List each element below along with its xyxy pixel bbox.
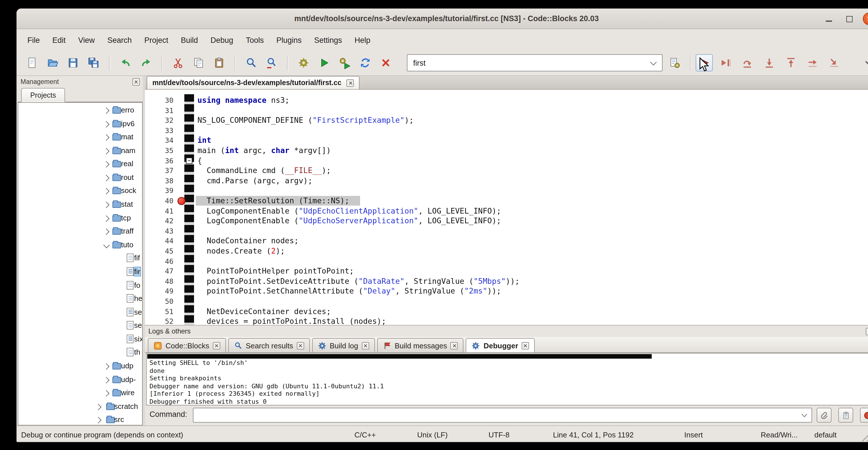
log-selected-row[interactable]: [147, 354, 652, 359]
logs-close-button[interactable]: [866, 328, 868, 335]
breakpoint-marker[interactable]: [178, 197, 185, 205]
redo-button[interactable]: [137, 54, 155, 71]
tree-item-six[interactable]: six: [18, 333, 142, 346]
replace-button[interactable]: [263, 54, 280, 71]
next-line-button[interactable]: [739, 54, 756, 71]
expand-icon[interactable]: [104, 162, 109, 167]
compile-current-file-button[interactable]: [666, 54, 683, 71]
menu-build[interactable]: Build: [175, 29, 204, 51]
chevron-down-icon[interactable]: [802, 412, 807, 417]
menu-debug[interactable]: Debug: [204, 29, 240, 51]
menu-file[interactable]: File: [21, 29, 46, 51]
build-target-input[interactable]: [407, 55, 644, 71]
next-instruction-button[interactable]: [804, 54, 821, 71]
undo-button[interactable]: [117, 54, 134, 71]
debugger-command-input[interactable]: [193, 408, 796, 422]
editor-tab-close-button[interactable]: [347, 79, 354, 87]
tree-item-wire[interactable]: wire: [18, 387, 142, 399]
menu-settings[interactable]: Settings: [308, 29, 348, 51]
menu-search[interactable]: Search: [101, 29, 138, 51]
save-file-button[interactable]: [64, 54, 82, 71]
tree-item-mat[interactable]: mat: [18, 131, 142, 143]
maximize-button[interactable]: [843, 12, 856, 25]
chevron-down-icon[interactable]: [650, 59, 657, 66]
management-close-button[interactable]: [132, 78, 140, 85]
tab-build-messages[interactable]: Build messages: [377, 338, 464, 352]
open-file-button[interactable]: [44, 54, 61, 71]
copy-log-button[interactable]: [838, 408, 853, 423]
tree-item-sock[interactable]: sock: [18, 185, 142, 197]
expand-icon[interactable]: [104, 202, 109, 207]
new-file-button[interactable]: [23, 54, 40, 71]
breakpoint-margin[interactable]: [184, 94, 194, 325]
command-combo[interactable]: [193, 408, 812, 423]
tab-close-button[interactable]: [522, 342, 529, 349]
expand-icon[interactable]: [104, 189, 109, 194]
tree-item-se[interactable]: se: [18, 320, 142, 332]
tree-item-scratch[interactable]: scratch: [18, 400, 142, 413]
tree-item-nam[interactable]: nam: [18, 144, 142, 157]
save-all-button[interactable]: [85, 54, 102, 71]
code-area[interactable]: using namespace ns3;NS_LOG_COMPONENT_DEF…: [197, 90, 868, 325]
run-to-cursor-button[interactable]: [717, 54, 735, 71]
tree-item-erro[interactable]: erro: [18, 104, 142, 117]
tree-item-stat[interactable]: stat: [18, 198, 142, 211]
expand-icon[interactable]: [96, 418, 101, 423]
menu-help[interactable]: Help: [348, 29, 377, 51]
tree-item-th[interactable]: th: [18, 347, 142, 359]
collapse-icon[interactable]: [104, 243, 109, 248]
build-button[interactable]: [295, 54, 312, 71]
step-out-button[interactable]: [782, 54, 800, 71]
build-and-run-button[interactable]: [336, 54, 353, 71]
tab-search-results[interactable]: Search results: [228, 338, 310, 352]
expand-icon[interactable]: [104, 364, 109, 369]
resize-grip[interactable]: [860, 427, 868, 442]
attach-button[interactable]: [817, 408, 832, 423]
expand-icon[interactable]: [104, 135, 109, 140]
expand-icon[interactable]: [104, 377, 109, 382]
expand-icon[interactable]: [104, 216, 109, 221]
cut-button[interactable]: [169, 54, 187, 71]
tab-close-button[interactable]: [362, 342, 369, 349]
tab-close-button[interactable]: [213, 342, 220, 349]
minimize-button[interactable]: [823, 12, 835, 25]
toolbar-overflow-button[interactable]: [860, 54, 868, 71]
fold-marker[interactable]: [186, 157, 192, 163]
tree-item-udp[interactable]: udp: [18, 360, 142, 372]
run-button[interactable]: [316, 54, 333, 71]
title-bar[interactable]: mnt/dev/tools/source/ns-3-dev/examples/t…: [17, 8, 868, 29]
tree-item-udp-[interactable]: udp-: [18, 373, 142, 386]
build-target-combo[interactable]: [407, 54, 662, 71]
menu-plugins[interactable]: Plugins: [270, 29, 308, 51]
expand-icon[interactable]: [104, 229, 109, 234]
copy-button[interactable]: [190, 54, 207, 71]
menu-project[interactable]: Project: [138, 29, 175, 51]
tab-projects[interactable]: Projects: [21, 88, 65, 102]
tree-item-tcp[interactable]: tcp: [18, 212, 142, 224]
find-button[interactable]: [243, 54, 260, 71]
rebuild-button[interactable]: [357, 54, 374, 71]
menu-edit[interactable]: Edit: [46, 29, 72, 51]
expand-icon[interactable]: [104, 175, 109, 180]
step-into-instruction-button[interactable]: [826, 54, 843, 71]
tab-code-blocks[interactable]: Code::Blocks: [148, 338, 226, 352]
tree-item-se[interactable]: se: [18, 306, 142, 318]
panel-splitter[interactable]: [143, 76, 145, 425]
paste-button[interactable]: [211, 54, 228, 71]
tree-item-rout[interactable]: rout: [18, 171, 142, 184]
tree-item-real[interactable]: real: [18, 158, 142, 171]
tree-item-fif[interactable]: fif: [18, 252, 142, 265]
expand-icon[interactable]: [104, 391, 109, 396]
expand-icon[interactable]: [104, 108, 109, 113]
expand-icon[interactable]: [104, 148, 109, 153]
menu-tools[interactable]: Tools: [239, 29, 270, 51]
tab-build-log[interactable]: Build log: [312, 338, 375, 352]
menu-view[interactable]: View: [72, 29, 101, 51]
expand-icon[interactable]: [96, 404, 101, 410]
tree-item-he[interactable]: he: [18, 292, 142, 305]
tree-item-fir[interactable]: fir: [18, 266, 142, 278]
expand-icon[interactable]: [104, 121, 109, 126]
tree-item-fo[interactable]: fo: [18, 279, 142, 292]
step-into-button[interactable]: [761, 54, 778, 71]
tab-close-button[interactable]: [297, 342, 304, 349]
